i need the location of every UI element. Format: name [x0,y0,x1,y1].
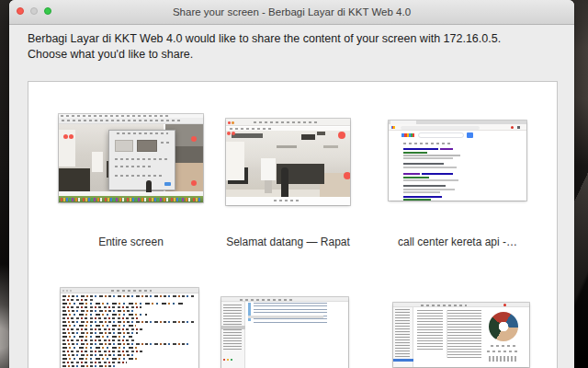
menu-text-noise [61,115,171,117]
mini-search-results-page [389,131,526,201]
dock-icons-noise [61,198,201,201]
screenshot-stage: Share your screen - Berbagi Layar di KKT… [0,0,588,368]
mini-selected-file-row [221,326,245,329]
mini-selected-row-blue [393,359,413,362]
mini-ide-toolbar [393,303,529,307]
record-indicator-icon [344,172,350,179]
record-indicator-icon [232,132,235,135]
mini-editor-gutter [248,303,251,321]
mini-preview-thumb [115,140,133,152]
mini-selected-code-line [248,316,323,318]
mini-browser-chrome [226,119,350,126]
mini-file-tree-sidebar [221,302,245,368]
record-indicator-icon [191,180,197,186]
thumbnail-ide-with-logo-window[interactable] [393,303,529,367]
window-title: Share your screen - Berbagi Layar di KKT… [9,0,574,25]
mini-search-button [467,132,473,138]
label-entire-screen: Entire screen [59,236,203,248]
window-titlebar[interactable]: Share your screen - Berbagi Layar di KKT… [9,0,574,25]
mini-search-field [418,132,464,138]
record-indicator-icon [338,132,345,139]
mini-address-field [401,126,480,130]
mini-person-figure [281,167,288,197]
message-line-1: Berbagi Layar di KKT Web 4.0 would like … [28,31,560,47]
thumbnail-code-editor-window[interactable] [221,297,348,368]
mini-results-nav-noise [403,143,451,144]
mini-code-lines [254,303,327,323]
mini-traffic-red [228,121,231,124]
mini-url-bar [389,124,526,131]
toolbar-text-noise [62,120,181,121]
record-indicator-icon [63,134,68,139]
dialog-message: Berbagi Layar di KKT Web 4.0 would like … [28,31,560,63]
mini-caption-strip [226,197,350,205]
mini-terminal-titlebar [61,288,198,293]
mini-traffic-orange [232,121,234,124]
mini-ide-sidebar [393,307,413,367]
mini-blue-button [164,182,171,186]
thumbnail-terminal-window[interactable] [61,288,198,368]
record-indicator-icon [227,132,231,135]
share-screen-dialog: Share your screen - Berbagi Layar di KKT… [9,0,574,368]
mini-round-multicolor-logo [489,312,518,341]
mini-dialog-title-noise [117,132,168,134]
mini-colored-file-icons [223,359,236,361]
message-line-2: Choose what you'd like to share. [28,47,560,63]
mini-google-logo [401,133,414,137]
thumbnail-selamat-datang-rapat[interactable] [226,119,350,205]
mini-ide-right-pane [447,310,481,358]
label-call-center-kereta-api: call center kereta api -… [389,236,526,248]
record-indicator-icon [69,134,74,139]
mini-red-status-dot [503,304,506,306]
mini-dock [59,196,203,202]
share-options-panel: Entire screen Selamat datang — Rapat cal… [28,81,558,368]
label-selamat-datang-rapat: Selamat datang — Rapat [226,236,350,248]
mini-terminal-output [62,295,197,368]
mini-preview-thumb [137,140,157,152]
mini-share-dialog [108,130,175,190]
mini-extension-icon [511,126,514,129]
mini-ide-middle-pane [417,310,443,351]
thumbnail-entire-screen[interactable] [59,114,203,202]
mini-person-figure [146,180,152,192]
thumbnail-call-center-kereta-api[interactable] [389,121,526,201]
mini-favicon [391,126,395,129]
mini-browser-toolbar [59,118,203,124]
mini-menu-icon [517,126,520,129]
record-indicator-icon [191,136,197,142]
